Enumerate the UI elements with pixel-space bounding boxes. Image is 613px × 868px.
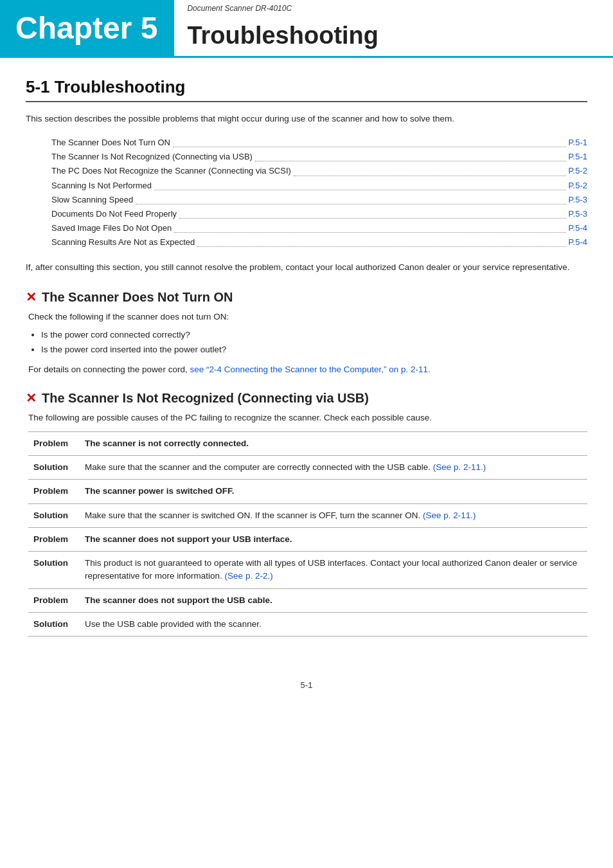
- toc-label: The Scanner Is Not Recognized (Connectin…: [51, 150, 253, 164]
- problem-label: Problem: [28, 588, 80, 612]
- solution-label: Solution: [28, 612, 80, 636]
- x-icon: ✕: [26, 289, 37, 305]
- solution-text: Make sure that the scanner and the compu…: [80, 456, 587, 480]
- intro-text: This section describes the possible prob…: [26, 113, 587, 125]
- solution-label: Solution: [28, 456, 80, 480]
- table-row: ProblemThe scanner is not correctly conn…: [28, 431, 587, 455]
- title-block: Document Scanner DR-4010C Troubleshootin…: [173, 0, 613, 56]
- problem-label: Problem: [28, 527, 80, 551]
- table-row: SolutionUse the USB cable provided with …: [28, 612, 587, 636]
- toc-item: Scanning Results Are Not as ExpectedP.5-…: [45, 235, 587, 249]
- solution-text: Make sure that the scanner is switched O…: [80, 503, 587, 527]
- section-title: 5-1 Troubleshooting: [26, 77, 587, 97]
- contact-note: If, after consulting this section, you s…: [26, 261, 587, 274]
- toc-item: The Scanner Is Not Recognized (Connectin…: [45, 150, 587, 164]
- toc-label: Scanning Is Not Performed: [51, 179, 152, 193]
- page-number: 5-1: [301, 680, 313, 690]
- toc-page-link[interactable]: P.5-3: [569, 193, 587, 207]
- solution-link[interactable]: (See p. 2-11.): [433, 462, 486, 472]
- toc-page-link[interactable]: P.5-2: [569, 164, 587, 178]
- x-icon: ✕: [26, 390, 37, 406]
- list-item: Is the power cord inserted into the powe…: [41, 343, 587, 357]
- toc-label: Saved Image Files Do Not Open: [51, 221, 172, 235]
- problem-text: The scanner does not support your USB in…: [80, 527, 587, 551]
- page-footer: 5-1: [0, 670, 613, 696]
- toc-page-link[interactable]: P.5-1: [569, 150, 587, 164]
- table-row: SolutionMake sure that the scanner is sw…: [28, 503, 587, 527]
- table-row: ProblemThe scanner power is switched OFF…: [28, 480, 587, 503]
- subsection-intro: Check the following if the scanner does …: [28, 310, 587, 324]
- toc-page-link[interactable]: P.5-1: [569, 136, 587, 150]
- table-row: SolutionThis product is not guaranteed t…: [28, 552, 587, 589]
- toc-item: Slow Scanning SpeedP.5-3: [45, 193, 587, 207]
- toc-page-link[interactable]: P.5-2: [569, 179, 587, 193]
- toc-label: Slow Scanning Speed: [51, 193, 133, 207]
- section-heading: 5-1 Troubleshooting: [26, 77, 587, 102]
- subsection-body: Check the following if the scanner does …: [28, 310, 587, 376]
- toc-item: The PC Does Not Recognize the Scanner (C…: [45, 164, 587, 178]
- toc-page-link[interactable]: P.5-3: [569, 207, 587, 221]
- subsection-intro: The following are possible causes of the…: [28, 411, 587, 425]
- toc-item: Scanning Is Not PerformedP.5-2: [45, 179, 587, 193]
- toc-label: The PC Does Not Recognize the Scanner (C…: [51, 164, 291, 178]
- content-area: 5-1 Troubleshooting This section describ…: [0, 58, 613, 670]
- toc-label: The Scanner Does Not Turn ON: [51, 136, 170, 150]
- problem-text: The scanner is not correctly connected.: [80, 431, 587, 455]
- solution-link[interactable]: (See p. 2-11.): [423, 511, 476, 520]
- problem-solution-table: ProblemThe scanner is not correctly conn…: [28, 431, 587, 637]
- subsection-title: ✕The Scanner Is Not Recognized (Connecti…: [26, 390, 587, 406]
- bullet-list: Is the power cord connected correctly?Is…: [41, 328, 587, 357]
- solution-text: Use the USB cable provided with the scan…: [80, 612, 587, 636]
- toc-page-link[interactable]: P.5-4: [569, 235, 587, 249]
- toc-label: Scanning Results Are Not as Expected: [51, 235, 195, 249]
- page-header: Chapter 5 Document Scanner DR-4010C Trou…: [0, 0, 613, 58]
- list-item: Is the power cord connected correctly?: [41, 328, 587, 343]
- solution-link[interactable]: (See p. 2-2.): [225, 571, 273, 581]
- solution-text: This product is not guaranteed to operat…: [80, 552, 587, 589]
- subsection-title: ✕The Scanner Does Not Turn ON: [26, 289, 587, 305]
- problem-text: The scanner does not support the USB cab…: [80, 588, 587, 612]
- page-title: Troubleshooting: [187, 22, 600, 50]
- table-row: ProblemThe scanner does not support your…: [28, 527, 587, 551]
- table-row: SolutionMake sure that the scanner and t…: [28, 456, 587, 480]
- subsection-scanner-not-recognized-usb: ✕The Scanner Is Not Recognized (Connecti…: [26, 390, 587, 637]
- subsection-title-text: The Scanner Is Not Recognized (Connectin…: [42, 391, 369, 406]
- table-row: ProblemThe scanner does not support the …: [28, 588, 587, 612]
- toc-item: Saved Image Files Do Not OpenP.5-4: [45, 221, 587, 235]
- table-of-contents: The Scanner Does Not Turn ONP.5-1The Sca…: [45, 136, 587, 249]
- problem-label: Problem: [28, 480, 80, 503]
- subsection-title-text: The Scanner Does Not Turn ON: [42, 290, 233, 305]
- subsections: ✕The Scanner Does Not Turn ONCheck the f…: [26, 289, 587, 637]
- subsection-scanner-no-turn-on: ✕The Scanner Does Not Turn ONCheck the f…: [26, 289, 587, 376]
- solution-label: Solution: [28, 503, 80, 527]
- subsection-body: The following are possible causes of the…: [28, 411, 587, 637]
- toc-page-link[interactable]: P.5-4: [569, 221, 587, 235]
- note-link[interactable]: see “2-4 Connecting the Scanner to the C…: [190, 365, 430, 374]
- chapter-block: Chapter 5: [0, 0, 173, 56]
- problem-text: The scanner power is switched OFF.: [80, 480, 587, 503]
- solution-label: Solution: [28, 552, 80, 589]
- chapter-label: Chapter 5: [15, 10, 157, 46]
- problem-label: Problem: [28, 431, 80, 455]
- toc-label: Documents Do Not Feed Properly: [51, 207, 177, 221]
- toc-item: Documents Do Not Feed ProperlyP.5-3: [45, 207, 587, 221]
- subsection-note: For details on connecting the power cord…: [28, 363, 587, 377]
- doc-subtitle: Document Scanner DR-4010C: [187, 4, 600, 13]
- toc-item: The Scanner Does Not Turn ONP.5-1: [45, 136, 587, 150]
